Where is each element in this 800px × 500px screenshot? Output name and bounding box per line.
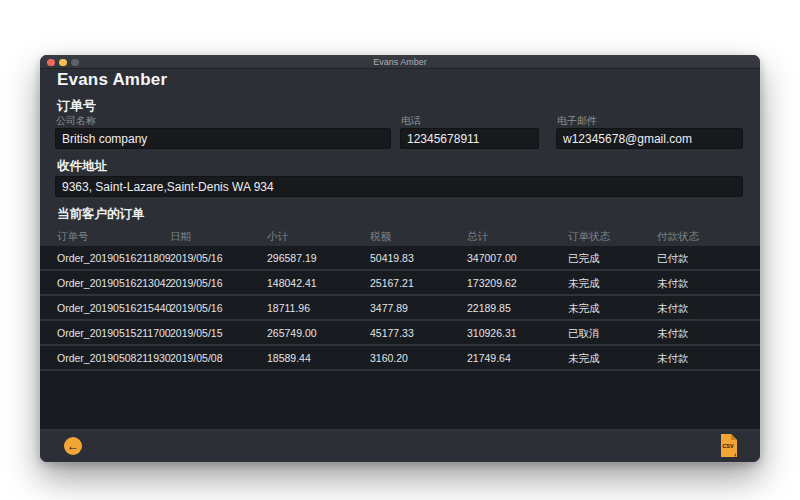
col-subtotal: 小计 — [267, 230, 288, 244]
cell-order-id: Order_20190515211700 — [57, 327, 171, 339]
table-row[interactable]: Order_20190516213042 2019/05/16 148042.4… — [40, 271, 760, 296]
phone-field[interactable] — [400, 128, 539, 149]
cell-tax: 3160.20 — [370, 352, 408, 364]
table-row[interactable]: Order_20190508211930 2019/05/08 18589.44… — [40, 346, 760, 371]
titlebar: Evans Amber — [40, 55, 760, 69]
cell-payment-status: 未付款 — [657, 352, 689, 366]
back-button[interactable]: ← — [64, 437, 82, 455]
orders-table: Order_20190516211809 2019/05/16 296587.1… — [40, 246, 760, 429]
cell-date: 2019/05/08 — [170, 352, 223, 364]
svg-text:CSV: CSV — [722, 443, 734, 449]
cell-date: 2019/05/15 — [170, 327, 223, 339]
cell-subtotal: 296587.19 — [267, 252, 317, 264]
cell-tax: 50419.83 — [370, 252, 414, 264]
cell-date: 2019/05/16 — [170, 252, 223, 264]
col-tax: 税额 — [370, 230, 391, 244]
csv-file-icon: CSV — [720, 433, 740, 460]
col-date: 日期 — [170, 230, 191, 244]
table-row[interactable]: Order_20190516215440 2019/05/16 18711.96… — [40, 296, 760, 321]
cell-payment-status: 未付款 — [657, 327, 689, 341]
col-order-status: 订单状态 — [568, 230, 610, 244]
company-name-field[interactable] — [55, 128, 391, 149]
order-number-section-label: 订单号 — [57, 97, 96, 115]
current-orders-heading: 当前客户的订单 — [57, 206, 145, 223]
shipping-address-field[interactable] — [55, 176, 743, 197]
cell-order-status: 未完成 — [568, 352, 600, 366]
col-order-id: 订单号 — [57, 230, 89, 244]
cell-tax: 3477.89 — [370, 302, 408, 314]
cell-subtotal: 18589.44 — [267, 352, 311, 364]
cell-subtotal: 18711.96 — [267, 302, 310, 314]
cell-total: 21749.64 — [467, 352, 511, 364]
col-payment-status: 付款状态 — [657, 230, 699, 244]
cell-order-status: 未完成 — [568, 302, 600, 316]
cell-payment-status: 未付款 — [657, 302, 689, 316]
cell-total: 173209.62 — [467, 277, 517, 289]
cell-order-id: Order_20190516215440 — [57, 302, 171, 314]
cell-subtotal: 148042.41 — [267, 277, 317, 289]
app-window: Evans Amber Evans Amber 订单号 公司名称 电话 电子邮件… — [40, 55, 760, 462]
footer-bar: ← CSV — [40, 429, 760, 462]
cell-order-id: Order_20190516213042 — [57, 277, 171, 289]
email-field[interactable] — [556, 128, 743, 149]
cell-order-id: Order_20190508211930 — [57, 352, 171, 364]
cell-order-status: 已完成 — [568, 252, 600, 266]
page-title: Evans Amber — [57, 70, 167, 90]
table-row[interactable]: Order_20190515211700 2019/05/15 265749.0… — [40, 321, 760, 346]
company-name-label: 公司名称 — [56, 114, 96, 128]
cell-payment-status: 未付款 — [657, 277, 689, 291]
cell-tax: 45177.33 — [370, 327, 414, 339]
cell-tax: 25167.21 — [370, 277, 414, 289]
cell-order-id: Order_20190516211809 — [57, 252, 171, 264]
cell-total: 347007.00 — [467, 252, 517, 264]
cell-order-status: 未完成 — [568, 277, 600, 291]
email-label: 电子邮件 — [557, 114, 597, 128]
cell-payment-status: 已付款 — [657, 252, 689, 266]
table-row[interactable]: Order_20190516211809 2019/05/16 296587.1… — [40, 246, 760, 271]
phone-label: 电话 — [401, 114, 421, 128]
cell-subtotal: 265749.00 — [267, 327, 317, 339]
cell-order-status: 已取消 — [568, 327, 600, 341]
window-title: Evans Amber — [40, 57, 760, 67]
export-csv-button[interactable]: CSV — [720, 433, 740, 460]
orders-table-header: 订单号 日期 小计 税额 总计 订单状态 付款状态 — [40, 225, 760, 246]
shipping-address-label: 收件地址 — [57, 158, 107, 175]
back-arrow-icon: ← — [67, 439, 79, 453]
cell-date: 2019/05/16 — [170, 302, 223, 314]
col-total: 总计 — [467, 230, 488, 244]
cell-date: 2019/05/16 — [170, 277, 223, 289]
cell-total: 310926.31 — [467, 327, 517, 339]
cell-total: 22189.85 — [467, 302, 511, 314]
